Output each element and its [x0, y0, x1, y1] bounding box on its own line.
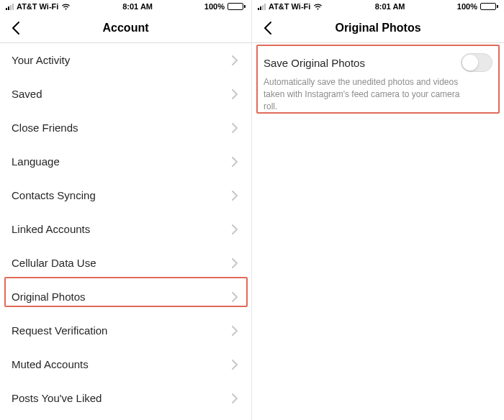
row-label: Posts You've Liked — [12, 392, 102, 404]
row-close-friends[interactable]: Close Friends — [0, 111, 251, 145]
chevron-left-icon — [11, 21, 21, 35]
cellular-signal-icon — [258, 4, 266, 10]
status-bar: AT&T Wi-Fi 8:01 AM 100% — [0, 0, 251, 13]
toggle-knob — [462, 55, 478, 70]
switch-to-business-link[interactable]: Switch to Business Account — [0, 415, 251, 420]
row-label: Original Photos — [12, 291, 86, 303]
battery-percent: 100% — [457, 2, 477, 11]
row-your-activity[interactable]: Your Activity — [0, 43, 251, 77]
save-original-photos-block: Save Original Photos Automatically save … — [252, 43, 504, 121]
battery-percent: 100% — [204, 2, 225, 11]
row-original-photos[interactable]: Original Photos — [0, 280, 251, 314]
row-muted-accounts[interactable]: Muted Accounts — [0, 347, 251, 381]
battery-icon — [228, 3, 246, 10]
chevron-right-icon — [230, 258, 240, 268]
setting-title: Save Original Photos — [264, 57, 365, 69]
status-right: 100% — [204, 2, 246, 11]
chevron-right-icon — [230, 224, 240, 234]
save-original-photos-toggle[interactable] — [461, 53, 492, 72]
row-linked-accounts[interactable]: Linked Accounts — [0, 212, 251, 246]
row-label: Contacts Syncing — [12, 189, 96, 201]
nav-bar: Original Photos — [252, 13, 504, 43]
status-bar: AT&T Wi-Fi 8:01 AM 100% — [252, 0, 504, 13]
chevron-right-icon — [230, 89, 240, 99]
row-label: Linked Accounts — [12, 223, 90, 235]
row-language[interactable]: Language — [0, 145, 251, 178]
row-label: Your Activity — [12, 54, 70, 66]
chevron-right-icon — [230, 360, 240, 370]
status-left: AT&T Wi-Fi — [6, 2, 71, 11]
row-saved[interactable]: Saved — [0, 77, 251, 111]
status-time: 8:01 AM — [375, 2, 405, 11]
back-button[interactable] — [7, 19, 24, 37]
nav-bar: Account — [0, 13, 251, 43]
cellular-signal-icon — [6, 4, 14, 10]
chevron-right-icon — [230, 157, 240, 167]
phone-left: AT&T Wi-Fi 8:01 AM 100% Account — [0, 0, 252, 420]
page-title: Account — [7, 22, 244, 35]
wifi-icon — [61, 4, 71, 10]
chevron-right-icon — [230, 393, 240, 403]
row-label: Close Friends — [12, 122, 78, 134]
status-left: AT&T Wi-Fi — [258, 2, 323, 11]
chevron-right-icon — [230, 123, 240, 133]
row-label: Saved — [12, 88, 42, 100]
row-cellular-data-use[interactable]: Cellular Data Use — [0, 246, 251, 280]
settings-list: Your Activity Saved Close Friends Langua… — [0, 43, 251, 415]
row-label: Cellular Data Use — [12, 257, 96, 269]
status-time: 8:01 AM — [122, 2, 153, 11]
back-button[interactable] — [259, 19, 276, 37]
setting-description: Automatically save the unedited photos a… — [264, 76, 492, 112]
chevron-right-icon — [230, 292, 240, 302]
row-contacts-syncing[interactable]: Contacts Syncing — [0, 178, 251, 212]
row-request-verification[interactable]: Request Verification — [0, 314, 251, 347]
page-title: Original Photos — [259, 22, 497, 35]
row-posts-youve-liked[interactable]: Posts You've Liked — [0, 381, 251, 415]
row-label: Muted Accounts — [12, 358, 89, 370]
chevron-right-icon — [230, 191, 240, 201]
chevron-right-icon — [230, 55, 240, 65]
chevron-right-icon — [230, 326, 240, 336]
status-right: 100% — [457, 2, 498, 11]
phone-right: AT&T Wi-Fi 8:01 AM 100% Original Photos — [252, 0, 504, 420]
setting-title-row: Save Original Photos — [264, 53, 492, 72]
row-label: Request Verification — [12, 324, 107, 337]
battery-icon — [480, 3, 498, 10]
chevron-left-icon — [263, 21, 273, 35]
wifi-icon — [313, 4, 323, 10]
carrier-label: AT&T Wi-Fi — [269, 2, 310, 11]
carrier-label: AT&T Wi-Fi — [17, 2, 58, 11]
row-label: Language — [12, 155, 60, 168]
